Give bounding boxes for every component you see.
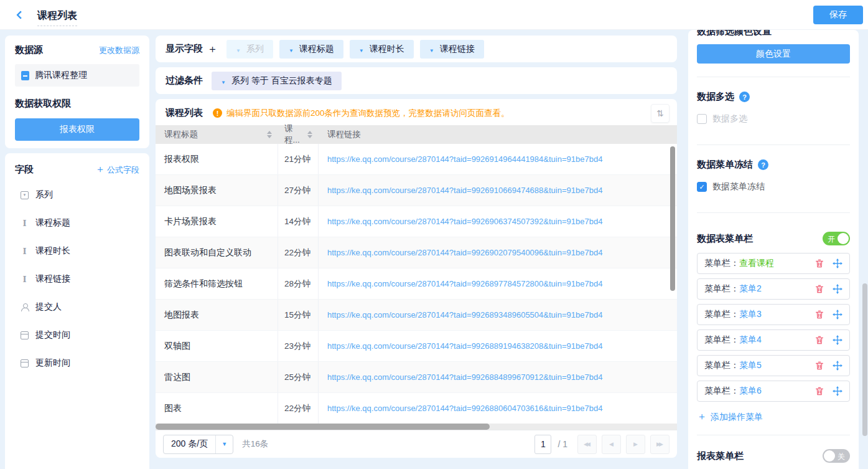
display-field-chip[interactable]: 系列 xyxy=(226,40,273,59)
column-header[interactable]: 课程标题 xyxy=(156,125,278,144)
course-link[interactable]: https://ke.qq.com/course/2870144?taid=99… xyxy=(327,404,602,413)
display-field-chip[interactable]: 课程标题 xyxy=(279,40,343,59)
move-icon[interactable] xyxy=(833,310,842,320)
display-field-chip[interactable]: 课程时长 xyxy=(350,40,414,59)
table-row[interactable]: 雷达图 25分钟 https://ke.qq.com/course/287014… xyxy=(156,362,677,393)
sort-arrows-icon[interactable] xyxy=(267,131,272,138)
report-menu-toggle[interactable]: 关 xyxy=(823,449,850,463)
chip-label: 课程链接 xyxy=(440,44,475,55)
display-field-chip[interactable]: 课程链接 xyxy=(420,40,484,59)
course-link[interactable]: https://ke.qq.com/course/2870144?taid=99… xyxy=(327,248,602,257)
column-header[interactable]: 课程... xyxy=(278,125,319,144)
next-page-button[interactable]: ▶ xyxy=(626,435,645,454)
multi-select-checkbox[interactable]: 数据多选 xyxy=(697,113,850,125)
field-item[interactable]: 提交时间 xyxy=(15,326,139,344)
course-link[interactable]: https://ke.qq.com/course/2870144?taid=99… xyxy=(327,186,602,195)
course-link[interactable]: https://ke.qq.com/course/2870144?taid=99… xyxy=(327,341,602,351)
table-horizontal-scrollbar-track[interactable] xyxy=(156,424,677,430)
field-item[interactable]: 系列 xyxy=(15,186,139,204)
table-row[interactable]: 报表权限 21分钟 https://ke.qq.com/course/28701… xyxy=(156,144,677,175)
table-row[interactable]: 图表联动和自定义联动 22分钟 https://ke.qq.com/course… xyxy=(156,237,677,268)
table-row[interactable]: 地图场景报表 27分钟 https://ke.qq.com/course/287… xyxy=(156,175,677,206)
table-vertical-scrollbar[interactable] xyxy=(670,146,675,291)
field-item[interactable]: 更新时间 xyxy=(15,354,139,372)
course-link[interactable]: https://ke.qq.com/course/2870144?taid=99… xyxy=(327,279,602,288)
last-page-button[interactable]: ▶▶ xyxy=(650,435,670,454)
column-label: 课程链接 xyxy=(327,129,361,140)
table-row[interactable]: 地图报表 15分钟 https://ke.qq.com/course/28701… xyxy=(156,300,677,331)
move-icon[interactable] xyxy=(833,386,842,396)
cell-course-title: 报表权限 xyxy=(156,144,278,174)
course-link[interactable]: https://ke.qq.com/course/2870144?taid=99… xyxy=(327,310,602,320)
table-menu-toggle[interactable]: 开 xyxy=(823,232,850,245)
course-link[interactable]: https://ke.qq.com/course/2870144?taid=99… xyxy=(327,217,602,226)
field-type-icon xyxy=(21,191,29,199)
menu-bar-item[interactable]: 菜单栏：菜单6 xyxy=(697,381,850,402)
table-horizontal-scrollbar-thumb[interactable] xyxy=(156,424,490,430)
chip-label: 课程标题 xyxy=(299,44,334,55)
field-item[interactable]: 课程链接 xyxy=(15,270,139,288)
add-display-field-icon[interactable]: ＋ xyxy=(207,42,218,56)
sort-order-button[interactable] xyxy=(651,104,670,123)
back-button[interactable] xyxy=(12,7,29,23)
field-label: 课程标题 xyxy=(35,217,70,229)
pagination-bar: 200 条/页 共16条 1 / 1 ◀◀ ◀ ▶ ▶▶ xyxy=(156,430,677,458)
delete-icon[interactable] xyxy=(814,284,824,294)
page-scrollbar[interactable] xyxy=(862,283,867,436)
field-label: 课程时长 xyxy=(35,245,70,257)
field-label: 提交人 xyxy=(35,301,62,313)
field-item[interactable]: 提交人 xyxy=(15,298,139,316)
help-icon[interactable]: ? xyxy=(739,92,750,102)
menu-item-name: 菜单5 xyxy=(739,360,762,370)
menu-bar-item[interactable]: 菜单栏：菜单4 xyxy=(697,329,850,351)
table-row[interactable]: 图表 22分钟 https://ke.qq.com/course/2870144… xyxy=(156,393,677,424)
menu-bar-item[interactable]: 菜单栏：菜单5 xyxy=(697,355,850,376)
page-number-input[interactable]: 1 xyxy=(534,435,551,454)
page-size-select[interactable]: 200 条/页 xyxy=(163,435,233,454)
menu-item-prefix: 菜单栏： xyxy=(704,258,739,268)
menu-freeze-checkbox[interactable]: 数据菜单冻结 xyxy=(697,181,850,192)
change-datasource-link[interactable]: 更改数据源 xyxy=(99,45,139,56)
data-permission-title: 数据获取权限 xyxy=(15,98,139,110)
delete-icon[interactable] xyxy=(814,310,824,320)
report-permission-button[interactable]: 报表权限 xyxy=(15,118,139,141)
move-icon[interactable] xyxy=(833,361,842,371)
menu-item-prefix: 菜单栏： xyxy=(704,309,739,319)
field-item[interactable]: 课程时长 xyxy=(15,242,139,260)
delete-icon[interactable] xyxy=(814,335,824,345)
table-row[interactable]: 双轴图 23分钟 https://ke.qq.com/course/287014… xyxy=(156,331,677,362)
cell-course-title: 筛选条件和筛选按钮 xyxy=(156,268,278,299)
cell-course-title: 图表 xyxy=(156,393,278,424)
course-link[interactable]: https://ke.qq.com/course/2870144?taid=99… xyxy=(327,372,602,382)
delete-icon[interactable] xyxy=(814,386,824,396)
field-item[interactable]: 课程标题 xyxy=(15,214,139,232)
menu-bar-item[interactable]: 菜单栏：查看课程 xyxy=(697,253,850,274)
delete-icon[interactable] xyxy=(814,258,824,268)
save-button[interactable]: 保存 xyxy=(813,6,863,24)
filter-condition-chip[interactable]: 系列 等于 百宝云报表专题 xyxy=(212,72,342,90)
sort-arrows-icon[interactable] xyxy=(307,131,312,138)
add-formula-field-link[interactable]: ＋公式字段 xyxy=(95,163,139,176)
menu-bar-item[interactable]: 菜单栏：菜单3 xyxy=(697,304,850,325)
course-link[interactable]: https://ke.qq.com/course/2870144?taid=99… xyxy=(327,154,602,164)
datasource-item[interactable]: 腾讯课程整理 xyxy=(15,64,139,87)
add-action-menu-link[interactable]: ＋ 添加操作菜单 xyxy=(697,410,850,424)
first-page-button[interactable]: ◀◀ xyxy=(577,435,597,454)
help-icon[interactable]: ? xyxy=(758,159,768,170)
checkbox-label: 数据菜单冻结 xyxy=(712,181,765,192)
move-icon[interactable] xyxy=(833,258,842,268)
delete-icon[interactable] xyxy=(814,361,824,371)
table-row[interactable]: 卡片场景报表 14分钟 https://ke.qq.com/course/287… xyxy=(156,206,677,237)
menu-bar-item[interactable]: 菜单栏：菜单2 xyxy=(697,278,850,300)
prev-page-button[interactable]: ◀ xyxy=(602,435,621,454)
cell-course-duration: 22分钟 xyxy=(278,237,319,268)
color-settings-button[interactable]: 颜色设置 xyxy=(697,44,850,64)
table-row[interactable]: 筛选条件和筛选按钮 28分钟 https://ke.qq.com/course/… xyxy=(156,268,677,300)
warning-icon: ! xyxy=(213,108,222,118)
move-icon[interactable] xyxy=(833,284,842,294)
column-header[interactable]: 课程链接 xyxy=(319,125,677,144)
preview-notice: ! 编辑界面只取数据源前200条作为查询数据预览，完整数据请访问页面查看。 xyxy=(213,108,510,119)
document-icon xyxy=(21,71,29,80)
field-type-icon xyxy=(21,331,29,339)
move-icon[interactable] xyxy=(833,335,842,345)
